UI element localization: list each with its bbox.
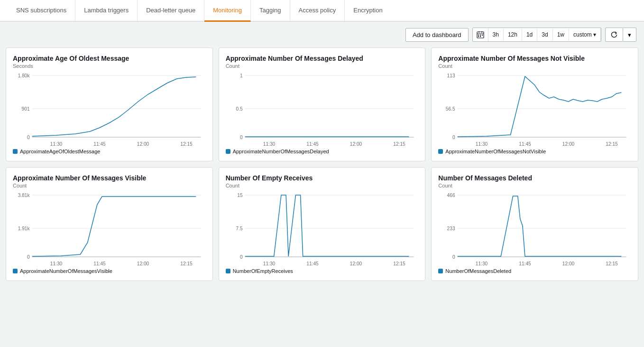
chart-title: Number Of Messages Deleted xyxy=(438,174,631,182)
chart-unit: Seconds xyxy=(13,63,206,69)
tab-encryption[interactable]: Encryption xyxy=(345,0,391,22)
svg-text:11:45: 11:45 xyxy=(93,141,106,147)
svg-text:1.91k: 1.91k xyxy=(18,226,30,231)
svg-text:15: 15 xyxy=(237,193,243,198)
svg-text:11:30: 11:30 xyxy=(263,261,275,266)
chart-legend: ApproximateAgeOfOldestMessage xyxy=(13,149,206,154)
legend-dot xyxy=(13,269,18,273)
time-12h-button[interactable]: 12h xyxy=(504,28,522,41)
toolbar: Add to dashboard 3h 12h 1d 3d 1w custom … xyxy=(0,22,644,47)
svg-text:1.80k: 1.80k xyxy=(18,73,30,78)
svg-text:0: 0 xyxy=(240,135,243,140)
tab-dead-letter-queue[interactable]: Dead-letter queue xyxy=(138,0,204,22)
chart-area: 15 7.5 0 11:30 11:45 12:00 12:15 xyxy=(226,190,419,266)
svg-text:11:45: 11:45 xyxy=(519,261,532,266)
svg-text:11:30: 11:30 xyxy=(50,141,63,147)
svg-text:12:15: 12:15 xyxy=(180,261,193,266)
svg-text:12:00: 12:00 xyxy=(350,141,362,147)
refresh-button[interactable] xyxy=(605,28,623,42)
calendar-icon-button[interactable] xyxy=(473,28,488,41)
svg-text:113: 113 xyxy=(447,73,455,78)
legend-dot xyxy=(13,149,18,154)
legend-dot xyxy=(226,269,230,273)
svg-text:11:45: 11:45 xyxy=(306,141,319,147)
chart-legend: ApproximateNumberOfMessagesVisible xyxy=(13,268,206,274)
refresh-dropdown-button[interactable]: ▾ xyxy=(623,28,636,42)
svg-text:0: 0 xyxy=(452,135,455,140)
chart-unit: Count xyxy=(438,63,631,69)
svg-text:12:15: 12:15 xyxy=(606,141,618,147)
chart-legend: ApproximateNumberOfMessagesDelayed xyxy=(226,149,419,154)
svg-rect-5 xyxy=(480,35,481,36)
legend-label: ApproximateNumberOfMessagesVisible xyxy=(20,268,112,274)
chart-messages-delayed: Approximate Number Of Messages Delayed C… xyxy=(219,47,426,161)
svg-text:56.5: 56.5 xyxy=(446,106,455,112)
svg-text:12:00: 12:00 xyxy=(350,261,362,266)
chart-area: 1 0.5 0 11:30 11:45 12:00 12:15 xyxy=(226,71,419,147)
svg-text:11:30: 11:30 xyxy=(263,141,275,147)
svg-text:12:00: 12:00 xyxy=(562,141,575,147)
tab-monitoring[interactable]: Monitoring xyxy=(204,0,251,22)
legend-label: ApproximateNumberOfMessagesNotVisible xyxy=(445,149,546,154)
charts-container: Approximate Age Of Oldest Message Second… xyxy=(0,47,644,287)
add-to-dashboard-button[interactable]: Add to dashboard xyxy=(405,28,469,42)
svg-rect-7 xyxy=(478,36,479,37)
time-range-group: 3h 12h 1d 3d 1w custom ▾ xyxy=(472,28,601,42)
chart-unit: Count xyxy=(13,183,206,188)
svg-text:3.81k: 3.81k xyxy=(18,193,30,198)
chart-messages-visible: Approximate Number Of Messages Visible C… xyxy=(6,167,213,281)
svg-text:12:15: 12:15 xyxy=(606,261,618,266)
svg-text:0: 0 xyxy=(240,254,243,260)
legend-label: NumberOfMessagesDeleted xyxy=(445,268,511,274)
svg-text:233: 233 xyxy=(447,226,455,231)
svg-text:11:45: 11:45 xyxy=(519,141,532,147)
chart-messages-deleted: Number Of Messages Deleted Count 466 233… xyxy=(431,167,638,281)
time-3h-button[interactable]: 3h xyxy=(488,28,504,41)
svg-rect-8 xyxy=(480,36,481,37)
time-1w-button[interactable]: 1w xyxy=(553,28,569,41)
svg-text:11:45: 11:45 xyxy=(93,261,106,266)
time-3d-button[interactable]: 3d xyxy=(537,28,552,41)
svg-text:11:30: 11:30 xyxy=(476,141,488,147)
svg-text:12:15: 12:15 xyxy=(393,261,405,266)
svg-text:12:00: 12:00 xyxy=(562,261,575,266)
chart-title: Approximate Age Of Oldest Message xyxy=(13,55,206,62)
refresh-group: ▾ xyxy=(605,28,636,42)
chart-unit: Count xyxy=(226,183,419,188)
chart-unit: Count xyxy=(438,183,631,188)
chart-area: 1.80k 901 0 11:30 11:45 12:00 12:15 xyxy=(13,71,206,147)
time-1d-button[interactable]: 1d xyxy=(522,28,537,41)
svg-text:12:15: 12:15 xyxy=(180,141,193,147)
chart-area: 3.81k 1.91k 0 11:30 11:45 12:00 12:15 xyxy=(13,190,206,266)
svg-text:466: 466 xyxy=(447,193,455,198)
svg-text:11:45: 11:45 xyxy=(306,261,319,266)
svg-text:11:30: 11:30 xyxy=(476,261,488,266)
tab-access-policy[interactable]: Access policy xyxy=(290,0,345,22)
time-custom-button[interactable]: custom ▾ xyxy=(569,28,601,41)
legend-label: ApproximateAgeOfOldestMessage xyxy=(20,149,100,154)
tabs-bar: SNS subscriptions Lambda triggers Dead-l… xyxy=(0,0,644,22)
legend-label: NumberOfEmptyReceives xyxy=(233,268,293,274)
chart-area: 466 233 0 11:30 11:45 12:00 12:15 xyxy=(438,190,631,266)
chart-legend: NumberOfEmptyReceives xyxy=(226,268,419,274)
tab-sns-subscriptions[interactable]: SNS subscriptions xyxy=(8,0,75,22)
svg-text:12:00: 12:00 xyxy=(137,261,149,266)
chart-empty-receives: Number Of Empty Receives Count 15 7.5 0 … xyxy=(219,167,426,281)
svg-rect-4 xyxy=(478,35,479,36)
legend-dot xyxy=(226,149,230,154)
chart-title: Number Of Empty Receives xyxy=(226,174,419,182)
svg-text:0: 0 xyxy=(27,254,30,260)
legend-dot xyxy=(438,149,443,154)
chart-title: Approximate Number Of Messages Delayed xyxy=(226,55,419,62)
tab-tagging[interactable]: Tagging xyxy=(251,0,290,22)
chart-oldest-message-age: Approximate Age Of Oldest Message Second… xyxy=(6,47,213,161)
svg-rect-6 xyxy=(482,35,483,36)
svg-text:0.5: 0.5 xyxy=(236,106,243,112)
svg-text:0: 0 xyxy=(27,135,30,140)
tab-lambda-triggers[interactable]: Lambda triggers xyxy=(75,0,138,22)
chart-title: Approximate Number Of Messages Visible xyxy=(13,174,206,182)
legend-label: ApproximateNumberOfMessagesDelayed xyxy=(233,149,329,154)
chart-unit: Count xyxy=(226,63,419,69)
svg-text:0: 0 xyxy=(452,254,455,260)
chart-title: Approximate Number Of Messages Not Visib… xyxy=(438,55,631,62)
